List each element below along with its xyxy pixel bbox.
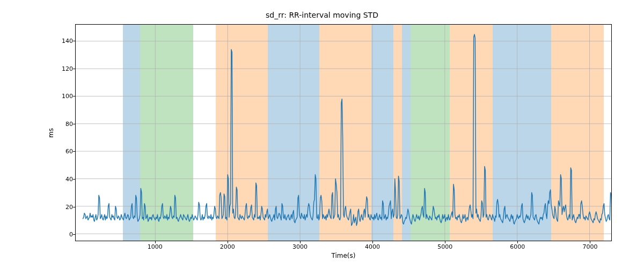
x-tick-label: 7000: [582, 243, 597, 250]
x-tick-label: 4000: [365, 243, 380, 250]
y-tick-label: 60: [52, 148, 73, 155]
y-tick-label: 0: [52, 231, 73, 238]
line-series: [83, 34, 611, 226]
x-axis-label: Time(s): [75, 252, 612, 259]
y-tick-label: 140: [52, 37, 73, 44]
x-tick-label: 5000: [437, 243, 452, 250]
x-tick-label: 6000: [510, 243, 525, 250]
y-tick-label: 20: [52, 203, 73, 210]
figure: sd_rr: RR-interval moving STD ms Time(s)…: [0, 0, 644, 268]
y-tick-label: 100: [52, 93, 73, 100]
plot-svg: [76, 25, 611, 241]
chart-title: sd_rr: RR-interval moving STD: [0, 11, 644, 19]
x-tick-label: 2000: [220, 243, 235, 250]
x-tick-label: 1000: [148, 243, 163, 250]
x-tick-label: 3000: [292, 243, 308, 250]
y-tick-label: 120: [52, 65, 73, 72]
y-tick-label: 80: [52, 120, 73, 127]
plot-area: [75, 24, 612, 241]
y-tick-label: 40: [52, 175, 73, 182]
